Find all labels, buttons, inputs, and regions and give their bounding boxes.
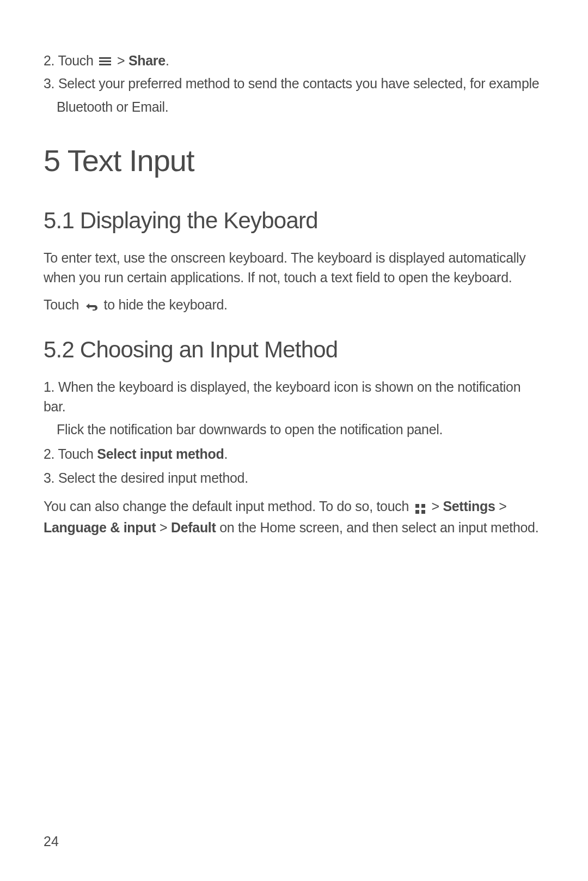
step2-prefix: 2. Touch <box>44 53 97 68</box>
step3-line1: 3. Select your preferred method to send … <box>44 76 539 91</box>
share-step: 2. Touch > Share. <box>44 51 544 70</box>
step3-cont: Bluetooth or Email. <box>44 97 544 117</box>
step2-suffix: > <box>117 53 128 68</box>
section-5-1-para1: To enter text, use the onscreen keyboard… <box>44 248 544 288</box>
svg-rect-1 <box>421 504 425 508</box>
step3-line2: Bluetooth or Email. <box>57 99 169 114</box>
s52-sep2: > <box>495 499 507 514</box>
s52-para-suffix: on the Home screen, and then select an i… <box>216 520 539 535</box>
s52-step1-cont: Flick the notification bar downwards to … <box>44 420 544 439</box>
s52-default-para: You can also change the default input me… <box>44 496 544 537</box>
s52-sep3: > <box>156 520 171 535</box>
s52-settings: Settings <box>443 499 495 514</box>
s52-step2-prefix: 2. Touch <box>44 446 97 461</box>
step3: 3. Select your preferred method to send … <box>44 74 544 93</box>
s52-default: Default <box>171 520 216 535</box>
svg-rect-2 <box>415 510 419 514</box>
section-5-1-title: 5.1 Displaying the Keyboard <box>44 208 544 234</box>
hide-prefix: Touch <box>44 297 83 312</box>
s52-step2-bold: Select input method <box>97 446 224 461</box>
s52-sep1: > <box>431 499 443 514</box>
section-5-2-title: 5.2 Choosing an Input Method <box>44 337 544 363</box>
back-icon <box>85 296 98 316</box>
chapter-title: 5 Text Input <box>44 143 544 178</box>
hide-suffix: to hide the keyboard. <box>104 297 228 312</box>
s52-step2: 2. Touch Select input method. <box>44 444 544 464</box>
s52-langinput: Language & input <box>44 520 156 535</box>
s52-step1: 1. When the keyboard is displayed, the k… <box>44 377 544 417</box>
s52-step3: 3. Select the desired input method. <box>44 468 544 488</box>
svg-rect-3 <box>421 510 425 514</box>
step2-end: . <box>166 53 169 68</box>
s52-step1-line2: Flick the notification bar downwards to … <box>57 422 443 437</box>
s52-para-prefix: You can also change the default input me… <box>44 499 413 514</box>
s52-step1-line1: 1. When the keyboard is displayed, the k… <box>44 379 520 414</box>
apps-icon <box>415 497 426 517</box>
menu-icon <box>99 57 111 66</box>
page-number: 24 <box>44 834 59 849</box>
step2-bold: Share <box>128 53 166 68</box>
svg-rect-0 <box>415 504 419 508</box>
s52-step2-end: . <box>224 446 228 461</box>
section-5-1-hide: Touch to hide the keyboard. <box>44 295 544 316</box>
